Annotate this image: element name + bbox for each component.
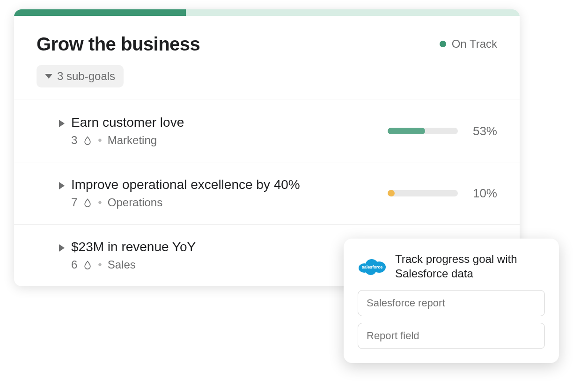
subgoal-team: Marketing <box>108 134 157 147</box>
subgoal-title: $23M in revenue YoY <box>71 240 196 254</box>
subgoals-count-label: 3 sub-goals <box>57 70 115 83</box>
subgoals-toggle[interactable]: 3 sub-goals <box>37 65 124 87</box>
subgoal-title: Improve operational excellence by 40% <box>71 177 300 192</box>
status-dot-icon <box>440 41 446 47</box>
report-field-input[interactable] <box>358 323 545 349</box>
expand-icon[interactable] <box>59 120 65 127</box>
goal-icon <box>83 260 92 269</box>
goal-icon <box>83 198 92 207</box>
goal-icon <box>83 136 92 145</box>
subgoal-title: Earn customer love <box>71 115 184 130</box>
subgoal-meta: 6 • Sales <box>71 258 196 271</box>
salesforce-report-input[interactable] <box>358 290 545 316</box>
goal-status-label: On Track <box>452 37 497 51</box>
expand-icon[interactable] <box>59 182 65 189</box>
subgoal-child-count: 3 <box>71 134 77 147</box>
subgoal-progress-pct: 53% <box>469 124 497 138</box>
goal-status: On Track <box>440 37 497 51</box>
popup-title: Track progress goal with Salesforce data <box>395 252 545 281</box>
expand-icon[interactable] <box>59 244 65 252</box>
salesforce-popup: salesforce Track progress goal with Sale… <box>344 239 559 363</box>
subgoal-progress-bar <box>388 128 458 134</box>
goal-header: Grow the business On Track <box>14 16 520 65</box>
salesforce-logo-icon: salesforce <box>358 256 387 276</box>
subgoal-progress-pct: 10% <box>469 186 497 201</box>
goal-progress-bar <box>14 9 520 16</box>
goal-title: Grow the business <box>37 34 200 55</box>
goal-progress-bar-fill <box>14 9 186 16</box>
separator-icon: • <box>98 258 102 271</box>
subgoal-row[interactable]: Improve operational excellence by 40% 7 … <box>14 162 520 224</box>
subgoal-child-count: 6 <box>71 258 77 271</box>
separator-icon: • <box>98 196 102 209</box>
subgoal-progress-fill <box>388 190 395 196</box>
subgoal-child-count: 7 <box>71 196 77 209</box>
subgoal-row[interactable]: Earn customer love 3 • Marketing 53% <box>14 100 520 162</box>
subgoal-meta: 7 • Operations <box>71 196 300 209</box>
separator-icon: • <box>98 134 102 147</box>
svg-text:salesforce: salesforce <box>362 265 383 269</box>
subgoal-team: Sales <box>108 258 136 271</box>
subgoal-progress-bar <box>388 190 458 196</box>
subgoal-meta: 3 • Marketing <box>71 134 184 147</box>
chevron-down-icon <box>45 74 52 79</box>
subgoal-progress-fill <box>388 128 425 134</box>
subgoal-team: Operations <box>108 196 162 209</box>
